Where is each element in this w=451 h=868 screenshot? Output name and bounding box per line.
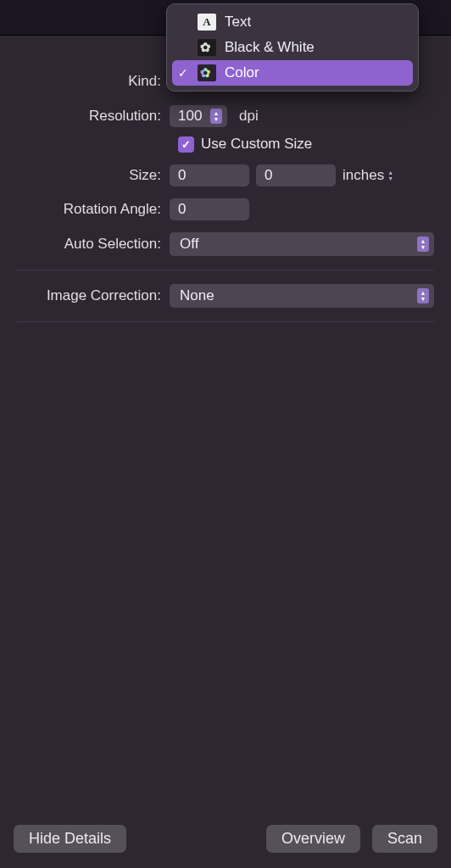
size-height-input[interactable]: 0 — [256, 164, 336, 186]
row-image-correction: Image Correction: None ▲▼ — [17, 284, 434, 308]
row-auto-selection: Auto Selection: Off ▲▼ — [17, 232, 434, 256]
kind-option-color[interactable]: ✓ Color — [172, 60, 413, 86]
use-custom-size-label: Use Custom Size — [201, 136, 312, 153]
hide-details-button[interactable]: Hide Details — [14, 825, 126, 853]
kind-option-label: Text — [225, 14, 251, 31]
kind-option-text[interactable]: A Text — [172, 9, 413, 35]
kind-option-label: Color — [225, 64, 259, 81]
label-rotation: Rotation Angle: — [17, 201, 170, 218]
row-resolution: Resolution: 100 ▲▼ dpi — [17, 105, 434, 127]
overview-button[interactable]: Overview — [266, 825, 360, 853]
kind-option-bw[interactable]: Black & White — [172, 35, 413, 60]
label-size: Size: — [17, 167, 170, 184]
label-kind: Kind: — [17, 73, 170, 90]
updown-icon: ▲▼ — [417, 236, 429, 252]
row-custom-size: ✓ Use Custom Size — [178, 136, 434, 153]
checkmark-icon: ✓ — [177, 66, 189, 80]
image-correction-select[interactable]: None ▲▼ — [170, 284, 434, 308]
updown-icon: ▲▼ — [387, 170, 393, 181]
kind-option-label: Black & White — [225, 39, 315, 56]
settings-content-2: Image Correction: None ▲▼ — [0, 284, 451, 308]
use-custom-size-checkbox[interactable]: ✓ — [178, 136, 194, 153]
resolution-stepper[interactable]: 100 ▲▼ — [170, 105, 227, 127]
label-auto-selection: Auto Selection: — [17, 236, 170, 253]
label-image-correction: Image Correction: — [17, 287, 170, 304]
stepper-arrows-icon[interactable]: ▲▼ — [210, 108, 222, 124]
flower-bw-icon — [198, 39, 216, 56]
flower-color-icon — [198, 64, 216, 81]
resolution-unit: dpi — [239, 108, 259, 125]
auto-selection-select[interactable]: Off ▲▼ — [170, 232, 434, 256]
divider — [17, 270, 434, 270]
label-resolution: Resolution: — [17, 108, 170, 125]
text-icon: A — [198, 14, 216, 31]
divider — [17, 321, 434, 322]
row-size: Size: 0 0 inches ▲▼ — [17, 164, 434, 186]
row-rotation: Rotation Angle: 0 — [17, 198, 434, 220]
kind-dropdown-menu: A Text Black & White ✓ Color — [166, 3, 419, 92]
size-unit-select[interactable]: inches ▲▼ — [342, 167, 393, 184]
footer-bar: Hide Details Overview Scan — [14, 825, 437, 853]
size-width-input[interactable]: 0 — [170, 164, 249, 186]
scan-button[interactable]: Scan — [372, 825, 437, 853]
resolution-value: 100 — [178, 108, 205, 125]
rotation-input[interactable]: 0 — [170, 198, 249, 220]
updown-icon: ▲▼ — [417, 288, 429, 303]
